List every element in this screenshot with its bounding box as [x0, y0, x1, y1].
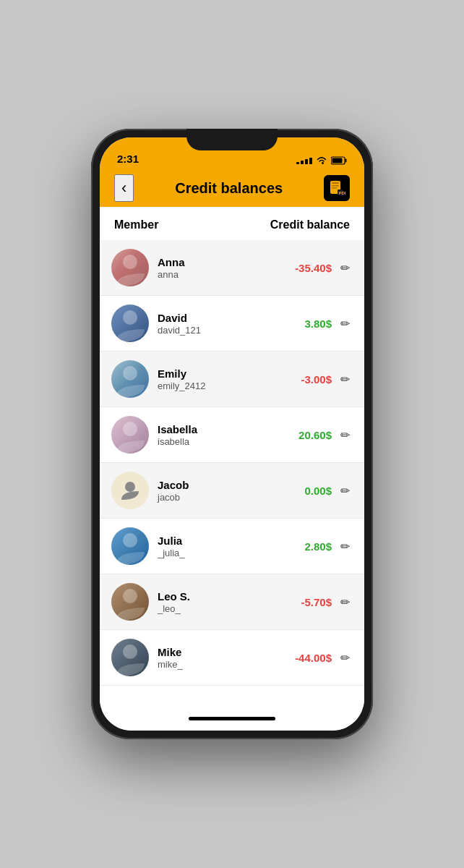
avatar-figure: [111, 583, 149, 621]
member-username: mike_: [158, 659, 280, 670]
home-indicator: [100, 706, 364, 731]
signal-dot-1: [296, 162, 299, 164]
svg-point-9: [123, 255, 137, 269]
balance-amount: -3.00$: [280, 373, 332, 386]
svg-point-16: [123, 644, 137, 659]
svg-rect-2: [332, 158, 343, 163]
member-row: Leo S. _leo_ -5.70$ ✏: [100, 574, 364, 630]
member-name: Isabella: [158, 423, 280, 435]
svg-point-13: [125, 482, 135, 492]
svg-text:PDF: PDF: [339, 191, 346, 195]
member-name: Jacob: [158, 479, 280, 491]
signal-dot-3: [305, 159, 308, 164]
member-row: Isabella isabella 20.60$ ✏: [100, 407, 364, 463]
member-info: Julia _julia_: [149, 535, 280, 558]
edit-icon[interactable]: ✏: [338, 370, 353, 389]
avatar-figure: [111, 305, 149, 342]
member-info: Anna anna: [149, 256, 280, 280]
balance-amount: -5.70$: [280, 596, 332, 608]
member-info: David david_121: [149, 312, 280, 336]
balance-amount: -44.00$: [280, 652, 332, 664]
balance-amount: 3.80$: [280, 318, 332, 330]
member-row: Julia _julia_ 2.80$ ✏: [100, 519, 364, 574]
member-row: Jacob jacob 0.00$ ✏: [100, 463, 364, 519]
nav-title: Credit balances: [175, 180, 283, 197]
signal-dot-2: [301, 161, 304, 164]
member-name: Julia: [158, 535, 280, 547]
avatar: [111, 639, 149, 676]
avatar-figure: [111, 360, 149, 398]
battery-icon: [331, 156, 347, 165]
member-info: Mike mike_: [149, 646, 280, 670]
svg-rect-4: [332, 182, 339, 184]
svg-point-15: [123, 589, 137, 603]
member-username: jacob: [158, 492, 280, 503]
row-right: -3.00$ ✏: [280, 370, 353, 389]
col-member-header: Member: [114, 218, 158, 231]
row-right: 0.00$ ✏: [280, 481, 353, 501]
edit-icon[interactable]: ✏: [338, 537, 353, 556]
row-right: -44.00$ ✏: [280, 648, 353, 668]
member-username: _leo_: [158, 603, 280, 614]
avatar: [111, 249, 149, 286]
row-right: -35.40$ ✏: [280, 258, 353, 278]
avatar: [111, 360, 149, 398]
edit-icon[interactable]: ✏: [338, 314, 353, 333]
table-header: Member Credit balance: [100, 207, 364, 240]
svg-rect-6: [332, 187, 337, 189]
sum-row: Sum -60.90$: [100, 692, 364, 706]
edit-icon[interactable]: ✏: [338, 258, 353, 278]
row-right: 20.60$ ✏: [280, 425, 353, 445]
member-row: David david_121 3.80$ ✏: [100, 296, 364, 352]
avatar-figure: [111, 527, 149, 565]
notch: [186, 129, 278, 150]
col-balance-header: Credit balance: [270, 218, 350, 231]
svg-rect-5: [332, 185, 339, 187]
avatar: [111, 527, 149, 565]
member-row: Emily emily_2412 -3.00$ ✏: [100, 352, 364, 407]
member-name: Anna: [158, 256, 280, 268]
svg-point-12: [123, 422, 137, 436]
pdf-icon: PDF: [328, 179, 345, 197]
avatar-figure: [111, 416, 149, 454]
member-name: Emily: [158, 367, 280, 380]
avatar: [111, 416, 149, 454]
member-username: emily_2412: [158, 380, 280, 391]
edit-icon[interactable]: ✏: [338, 425, 353, 445]
member-username: _julia_: [158, 548, 280, 558]
member-info: Leo S. _leo_: [149, 590, 280, 614]
signal-dots: [296, 158, 312, 164]
signal-dot-4: [309, 158, 312, 164]
avatar: [111, 583, 149, 621]
member-row: Mike mike_ -44.00$ ✏: [100, 630, 364, 686]
edit-icon[interactable]: ✏: [338, 481, 353, 501]
person-icon: [119, 480, 141, 501]
avatar-figure: [111, 639, 149, 676]
edit-icon[interactable]: ✏: [338, 648, 353, 668]
member-name: Mike: [158, 646, 280, 658]
member-username: anna: [158, 269, 280, 280]
svg-rect-1: [345, 159, 347, 163]
edit-icon[interactable]: ✏: [338, 592, 353, 612]
back-button[interactable]: ‹: [114, 174, 134, 202]
row-right: 3.80$ ✏: [280, 314, 353, 333]
status-time: 2:31: [117, 153, 139, 165]
balance-amount: 0.00$: [280, 485, 332, 497]
status-icons: [296, 156, 347, 165]
pdf-button[interactable]: PDF: [324, 175, 350, 201]
balance-amount: 2.80$: [280, 540, 332, 553]
member-username: isabella: [158, 436, 280, 447]
svg-point-11: [123, 366, 137, 380]
wifi-icon: [316, 156, 327, 165]
content-area: Member Credit balance Anna anna -35.: [100, 207, 364, 706]
phone-frame: 2:31: [91, 129, 373, 739]
avatar: [111, 305, 149, 342]
balance-amount: -35.40$: [280, 262, 332, 274]
home-bar: [189, 717, 275, 720]
member-info: Isabella isabella: [149, 423, 280, 447]
row-right: -5.70$ ✏: [280, 592, 353, 612]
svg-point-14: [123, 533, 137, 548]
svg-point-10: [123, 310, 137, 325]
row-right: 2.80$ ✏: [280, 537, 353, 556]
phone-screen: 2:31: [100, 137, 364, 731]
